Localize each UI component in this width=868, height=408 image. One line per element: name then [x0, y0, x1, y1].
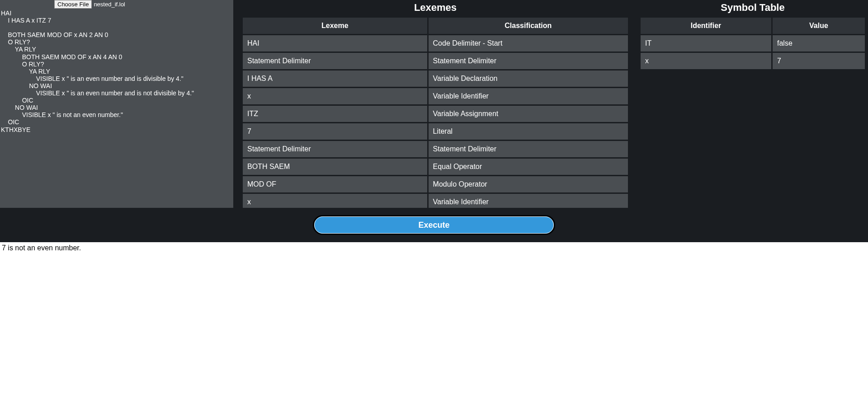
table-cell: Variable Declaration — [429, 70, 628, 87]
table-row: xVariable Identifier — [243, 194, 628, 208]
code-content[interactable]: HAI I HAS A x ITZ 7 BOTH SAEM MOD OF x A… — [0, 9, 233, 134]
file-bar: Choose File nested_if.lol — [0, 0, 233, 9]
table-cell: 7 — [243, 123, 427, 140]
table-row: 7Literal — [243, 123, 628, 140]
lexemes-title: Lexemes — [240, 0, 631, 16]
table-row: Statement DelimiterStatement Delimiter — [243, 53, 628, 69]
symbol-table: IdentifierValue ITfalsex7 — [639, 16, 866, 70]
table-cell: BOTH SAEM — [243, 159, 427, 175]
table-cell: MOD OF — [243, 176, 427, 192]
table-cell: false — [773, 35, 865, 52]
lexemes-table: LexemeClassification HAICode Delimiter -… — [241, 16, 629, 208]
table-cell: x — [641, 53, 771, 69]
table-cell: Statement Delimiter — [243, 53, 427, 69]
table-cell: Equal Operator — [429, 159, 628, 175]
output-text: 7 is not an even number. — [2, 244, 81, 252]
table-cell: ITZ — [243, 106, 427, 122]
table-cell: HAI — [243, 35, 427, 52]
table-cell: Modulo Operator — [429, 176, 628, 192]
execute-row: Execute — [0, 208, 868, 242]
table-row: MOD OFModulo Operator — [243, 176, 628, 192]
table-cell: 7 — [773, 53, 865, 69]
table-cell: x — [243, 88, 427, 104]
table-row: BOTH SAEMEqual Operator — [243, 159, 628, 175]
table-cell: Statement Delimiter — [429, 141, 628, 157]
table-cell: x — [243, 194, 427, 208]
symbol-table-panel: Symbol Table IdentifierValue ITfalsex7 — [637, 0, 868, 208]
table-cell: IT — [641, 35, 771, 52]
execute-button[interactable]: Execute — [313, 215, 555, 235]
table-row: ITZVariable Assignment — [243, 106, 628, 122]
table-cell: Variable Identifier — [429, 88, 628, 104]
table-row: ITfalse — [641, 35, 865, 52]
table-cell: Code Delimiter - Start — [429, 35, 628, 52]
filename-label: nested_if.lol — [94, 1, 125, 8]
table-row: HAICode Delimiter - Start — [243, 35, 628, 52]
lexemes-panel: Lexemes LexemeClassification HAICode Del… — [240, 0, 631, 208]
table-row: x7 — [641, 53, 865, 69]
table-cell: I HAS A — [243, 70, 427, 87]
table-cell: Variable Assignment — [429, 106, 628, 122]
symbol-header: Identifier — [641, 18, 771, 34]
table-cell: Literal — [429, 123, 628, 140]
lexemes-header: Lexeme — [243, 18, 427, 34]
symbol-header: Value — [773, 18, 865, 34]
output-panel: 7 is not an even number. — [0, 242, 868, 408]
table-cell: Variable Identifier — [429, 194, 628, 208]
lexemes-header: Classification — [429, 18, 628, 34]
table-row: Statement DelimiterStatement Delimiter — [243, 141, 628, 157]
choose-file-button[interactable]: Choose File — [54, 0, 92, 9]
symbol-table-title: Symbol Table — [637, 0, 868, 16]
table-cell: Statement Delimiter — [243, 141, 427, 157]
table-cell: Statement Delimiter — [429, 53, 628, 69]
code-panel: Choose File nested_if.lol HAI I HAS A x … — [0, 0, 233, 208]
table-row: xVariable Identifier — [243, 88, 628, 104]
table-row: I HAS AVariable Declaration — [243, 70, 628, 87]
